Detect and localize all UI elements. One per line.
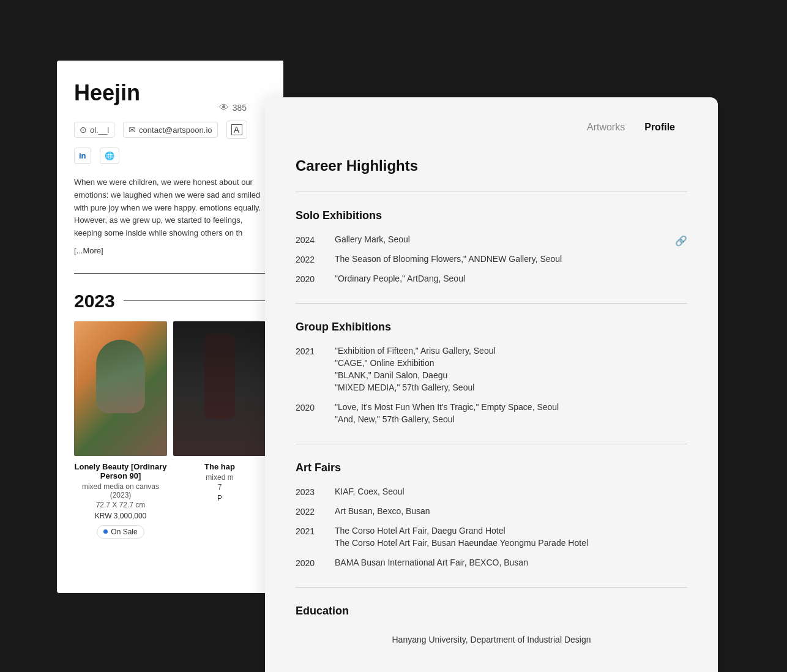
email-address: contact@artspoon.io <box>139 125 212 135</box>
artwork-medium-1: mixed media on canvas (2023) <box>74 482 167 499</box>
globe-icon: 🌐 <box>105 151 114 160</box>
artfair-item-2-0: The Corso Hotel Art Fair, Daegu Grand Ho… <box>335 526 687 536</box>
solo-exhibit-row-0: 2024 Gallery Mark, Seoul 🔗 <box>296 234 687 247</box>
group-year-1: 2020 <box>296 402 320 413</box>
artfair-row-2: 2021 The Corso Hotel Art Fair, Daegu Gra… <box>296 526 687 550</box>
instagram-handle: ol.__l <box>90 125 109 135</box>
bio-divider <box>74 273 266 274</box>
artfair-details-2: The Corso Hotel Art Fair, Daegu Grand Ho… <box>335 526 687 550</box>
artwork-image-1 <box>74 321 167 456</box>
year-label: 2023 <box>74 291 115 312</box>
solo-name-2: "Ordinary People," ArtDang, Seoul <box>335 274 465 283</box>
view-count-value: 385 <box>233 103 247 113</box>
status-dot <box>103 529 108 534</box>
bio-text: When we were children, we were honest ab… <box>74 176 266 240</box>
artwork-card-1[interactable]: Lonely Beauty [Ordinary Person 90] mixed… <box>74 321 167 539</box>
section-divider-group <box>296 303 687 304</box>
artwork-title-2: The hap <box>173 462 266 471</box>
instagram-contact[interactable]: ⊙ ol.__l <box>74 122 114 138</box>
tab-profile[interactable]: Profile <box>644 122 675 135</box>
artworks-grid: Lonely Beauty [Ordinary Person 90] mixed… <box>74 321 266 539</box>
artfair-name-0: KIAF, Coex, Seoul <box>335 487 405 496</box>
artwork-title-1: Lonely Beauty [Ordinary Person 90] <box>74 462 167 480</box>
section-divider-top <box>296 192 687 192</box>
instagram-icon: ⊙ <box>80 125 87 135</box>
group-details-0: "Exhibition of Fifteen," Arisu Gallery, … <box>335 346 687 395</box>
linkedin-icon: in <box>79 151 86 160</box>
group-item-0-1: "CAGE," Online Exhibition <box>335 358 687 368</box>
education-title: Education <box>296 605 687 618</box>
artfair-row-3: 2020 BAMA Busan International Art Fair, … <box>296 558 687 570</box>
email-contact[interactable]: ✉ contact@artspoon.io <box>123 122 217 138</box>
artfair-row-0: 2023 KIAF, Coex, Seoul <box>296 487 687 499</box>
art-fairs-title: Art Fairs <box>296 461 687 474</box>
view-count-container: 👁 385 <box>219 102 247 113</box>
group-exhibitions-title: Group Exhibitions <box>296 321 687 334</box>
artfair-row-1: 2022 Art Busan, Bexco, Busan <box>296 506 687 518</box>
solo-year-2: 2020 <box>296 274 320 284</box>
email-icon: ✉ <box>129 125 136 135</box>
career-highlights-title: Career Highlights <box>296 157 687 174</box>
solo-name-0: Gallery Mark, Seoul <box>335 234 410 244</box>
artfair-year-0: 2023 <box>296 487 320 497</box>
artfair-year-3: 2020 <box>296 558 320 568</box>
artwork-size-2: 7 <box>173 483 266 491</box>
portfolio-contact[interactable]: A <box>226 121 247 139</box>
solo-year-0: 2024 <box>296 234 320 245</box>
artfair-name-1: Art Busan, Bexco, Busan <box>335 506 430 516</box>
right-panel: Artworks Profile Career Highlights Solo … <box>265 97 718 672</box>
group-item-1-1: "And, New," 57th Gallery, Seoul <box>335 414 687 424</box>
artwork-card-2[interactable]: The hap mixed m 7 P <box>173 321 266 539</box>
artwork-price-1: KRW 3,000,000 <box>74 512 167 520</box>
group-details-1: "Love, It's Most Fun When It's Tragic," … <box>335 402 687 427</box>
artwork-image-2 <box>173 321 266 456</box>
education-item-0: Hanyang University, Department of Indust… <box>296 630 687 649</box>
solo-exhibit-row-1: 2022 The Season of Blooming Flowers," AN… <box>296 254 687 266</box>
artwork-medium-2: mixed m <box>173 473 266 482</box>
portfolio-icon: A <box>231 124 242 135</box>
group-year-0: 2021 <box>296 346 320 356</box>
group-item-0-3: "MIXED MEDIA," 57th Gallery, Seoul <box>335 383 687 392</box>
solo-exhibitions-title: Solo Exhibitions <box>296 209 687 222</box>
group-item-1-0: "Love, It's Most Fun When It's Tragic," … <box>335 402 687 412</box>
section-divider-education <box>296 587 687 588</box>
solo-name-1: The Season of Blooming Flowers," ANDNEW … <box>335 254 562 264</box>
artwork-status-1: On Sale <box>97 525 144 539</box>
artfair-item-2-1: The Corso Hotel Art Fair, Busan Haeundae… <box>335 538 687 548</box>
group-item-0-0: "Exhibition of Fifteen," Arisu Gallery, … <box>335 346 687 356</box>
artwork-price-2: P <box>173 494 266 502</box>
solo-exhibit-row-2: 2020 "Ordinary People," ArtDang, Seoul <box>296 274 687 286</box>
website-contact[interactable]: 🌐 <box>100 147 119 164</box>
artfair-year-1: 2022 <box>296 506 320 517</box>
group-exhibit-row-1: 2020 "Love, It's Most Fun When It's Trag… <box>296 402 687 427</box>
linkedin-contact[interactable]: in <box>74 147 91 164</box>
artfair-name-3: BAMA Busan International Art Fair, BEXCO… <box>335 558 528 567</box>
solo-year-1: 2022 <box>296 254 320 264</box>
tab-artworks[interactable]: Artworks <box>587 122 625 135</box>
group-item-0-2: "BLANK," Danil Salon, Daegu <box>335 370 687 380</box>
link-icon-0[interactable]: 🔗 <box>675 234 687 247</box>
status-label-1: On Sale <box>111 528 137 536</box>
section-divider-artfairs <box>296 444 687 444</box>
left-panel: Heejin 👁 385 ⊙ ol.__l ✉ contact@artspoon… <box>57 61 283 593</box>
group-exhibit-row-0: 2021 "Exhibition of Fifteen," Arisu Gall… <box>296 346 687 395</box>
year-heading: 2023 <box>74 291 266 312</box>
eye-icon: 👁 <box>219 102 229 113</box>
artwork-size-1: 72.7 X 72.7 cm <box>74 501 167 509</box>
artfair-year-2: 2021 <box>296 526 320 536</box>
contact-row: ⊙ ol.__l ✉ contact@artspoon.io A in 🌐 <box>74 121 266 164</box>
read-more-link[interactable]: [...More] <box>74 246 103 255</box>
tabs-row: Artworks Profile <box>296 122 687 135</box>
